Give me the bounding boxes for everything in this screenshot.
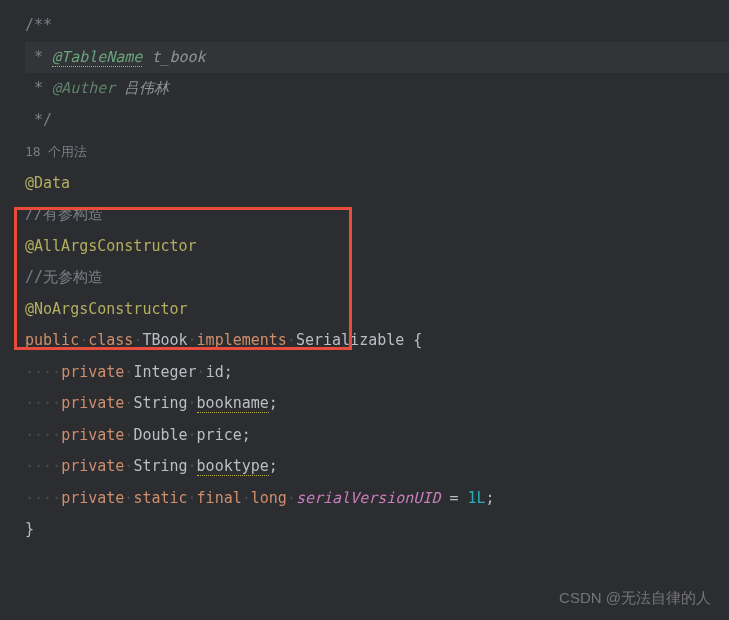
brace-close: }: [25, 520, 34, 538]
doc-tag-tablename: @TableName: [52, 48, 142, 67]
code-line: @Data: [25, 168, 729, 200]
code-line: ····private·String·bookname;: [25, 388, 729, 420]
ws: ·: [79, 331, 88, 349]
ws: ·: [188, 457, 197, 475]
literal-1l: 1L: [468, 489, 486, 507]
kw-private: private: [61, 489, 124, 507]
kw-private: private: [61, 394, 124, 412]
equals: =: [440, 489, 467, 507]
doc-star: *: [25, 79, 52, 97]
code-line-current: * @TableName t_book: [25, 42, 729, 74]
annotation-data: @Data: [25, 174, 70, 192]
annotation-allargs: @AllArgsConstructor: [25, 237, 197, 255]
type-string: String: [133, 457, 187, 475]
semi: ;: [269, 457, 278, 475]
type-long: long: [251, 489, 287, 507]
ws: ····: [25, 426, 61, 444]
type-string: String: [133, 394, 187, 412]
field-price: price: [197, 426, 242, 444]
kw-implements: implements: [197, 331, 287, 349]
doc-open: /**: [25, 16, 52, 34]
ws: ·: [287, 489, 296, 507]
field-id: id: [206, 363, 224, 381]
field-booktype: booktype: [197, 457, 269, 476]
ws: ····: [25, 489, 61, 507]
kw-private: private: [61, 363, 124, 381]
code-line: ····private·static·final·long·serialVers…: [25, 483, 729, 515]
field-bookname: bookname: [197, 394, 269, 413]
class-tbook: TBook: [142, 331, 187, 349]
code-line: 18 个用法: [25, 136, 729, 168]
kw-class: class: [88, 331, 133, 349]
code-line: */: [25, 105, 729, 137]
watermark: CSDN @无法自律的人: [559, 589, 711, 608]
code-line: ····private·Double·price;: [25, 420, 729, 452]
code-line: ····private·Integer·id;: [25, 357, 729, 389]
ws: ·: [197, 363, 206, 381]
code-line: ····private·String·booktype;: [25, 451, 729, 483]
code-line: //有参构造: [25, 199, 729, 231]
type-integer: Integer: [133, 363, 196, 381]
doc-star: *: [25, 48, 52, 66]
iface-serializable: Serializable: [296, 331, 404, 349]
ws: ·: [188, 331, 197, 349]
kw-final: final: [197, 489, 242, 507]
usage-hint[interactable]: 18 个用法: [25, 144, 87, 159]
doc-close: */: [25, 111, 52, 129]
brace-open: {: [404, 331, 422, 349]
code-line: //无参构造: [25, 262, 729, 294]
code-line: @NoArgsConstructor: [25, 294, 729, 326]
kw-public: public: [25, 331, 79, 349]
type-double: Double: [133, 426, 187, 444]
kw-private: private: [61, 457, 124, 475]
code-line: public·class·TBook·implements·Serializab…: [25, 325, 729, 357]
semi: ;: [242, 426, 251, 444]
ws: ·: [188, 394, 197, 412]
ws: ·: [188, 489, 197, 507]
kw-static: static: [133, 489, 187, 507]
ws: ·: [287, 331, 296, 349]
code-line: }: [25, 514, 729, 546]
semi: ;: [486, 489, 495, 507]
code-editor[interactable]: /** * @TableName t_book * @Auther 吕伟林 */…: [0, 0, 729, 546]
code-line: /**: [25, 10, 729, 42]
ws: ····: [25, 457, 61, 475]
ws: ····: [25, 394, 61, 412]
ws: ·: [188, 426, 197, 444]
field-serialversionuid: serialVersionUID: [296, 489, 441, 507]
ws: ····: [25, 363, 61, 381]
code-line: @AllArgsConstructor: [25, 231, 729, 263]
code-line: * @Auther 吕伟林: [25, 73, 729, 105]
comment-has-args: //有参构造: [25, 205, 103, 223]
comment-no-args: //无参构造: [25, 268, 103, 286]
annotation-noargs: @NoArgsConstructor: [25, 300, 188, 318]
doc-val-author: 吕伟林: [115, 79, 169, 97]
kw-private: private: [61, 426, 124, 444]
doc-tag-auther: @Auther: [52, 79, 115, 97]
semi: ;: [224, 363, 233, 381]
semi: ;: [269, 394, 278, 412]
doc-val-tbook: t_book: [142, 48, 205, 66]
ws: ·: [242, 489, 251, 507]
